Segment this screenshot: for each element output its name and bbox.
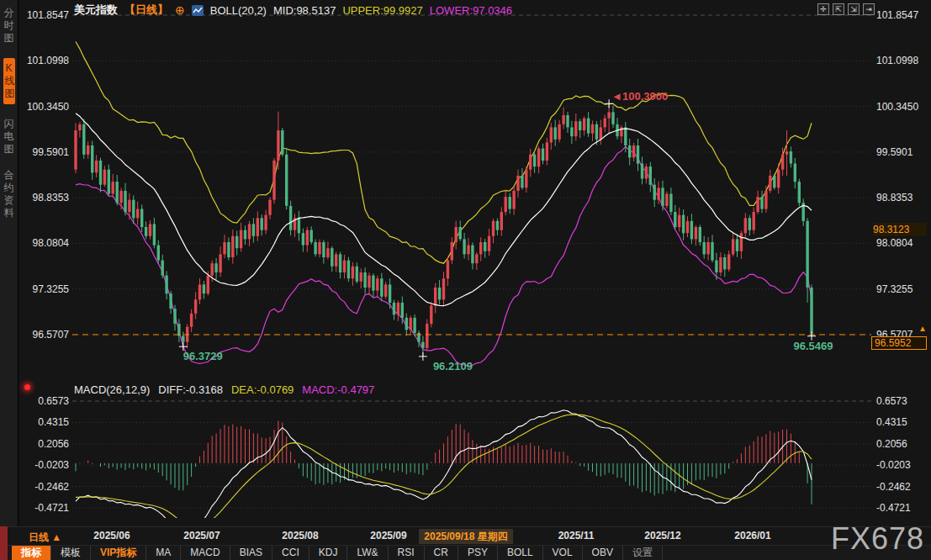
last-price-badge: 96.5952 <box>871 336 927 350</box>
tab-BIAS[interactable]: BIAS <box>230 546 272 560</box>
macd-axis-label-left: 0.2056 <box>38 438 69 450</box>
macd-axis-label-left: -0.0203 <box>34 459 69 471</box>
x-axis-date: 2025/11 <box>558 530 595 542</box>
y-axis-label-left: 101.8547 <box>27 9 69 21</box>
zoom-in-icon[interactable]: ⇱ <box>833 3 844 15</box>
mini-chart-icon <box>192 5 204 16</box>
highlighted-session-date: 2025/09/18 星期四 <box>419 529 513 544</box>
x-axis-date: 2026/01 <box>734 530 770 542</box>
prev-close-badge: 98.3123 <box>873 223 927 236</box>
tab-VIP指标[interactable]: VIP指标 <box>91 546 146 560</box>
pan-right-icon[interactable]: ⇥ <box>863 3 875 15</box>
sidebar-item-3[interactable]: 闪电图 <box>3 118 15 156</box>
macd-diff-value: DIFF:-0.3168 <box>158 383 223 396</box>
boll-mid-value: MID:98.5137 <box>273 4 336 17</box>
y-axis-label-left: 96.5707 <box>33 329 70 341</box>
x-axis-date: 2025/07 <box>183 530 220 542</box>
macd-axis-label-left: -0.4721 <box>34 502 69 514</box>
sidebar-red-strip <box>0 526 8 560</box>
crosshair-icon[interactable]: ✛ <box>817 3 829 15</box>
alert-arrow-icon: ▲ <box>918 324 927 333</box>
sidebar-item-2[interactable]: K线图 <box>3 58 15 104</box>
macd-axis-label-right: -0.0203 <box>876 459 911 471</box>
y-axis-label-left: 100.3450 <box>27 101 69 113</box>
macd-axis-label-left: 0.6573 <box>38 395 69 407</box>
y-axis-label-right: 101.8547 <box>876 9 918 21</box>
chart-title-bar: 美元指数 【日线】 ⊕ BOLL(20,2) MID:98.5137 UPPER… <box>74 3 512 18</box>
tab-指标[interactable]: 指标 <box>12 546 51 560</box>
period-selector[interactable]: 日线 ▲ <box>29 531 61 545</box>
tab-PSY[interactable]: PSY <box>458 546 498 560</box>
sidebar-item-1[interactable]: 分时图 <box>3 7 15 45</box>
x-axis-date: 2025/06 <box>93 530 130 542</box>
tab-BOLL[interactable]: BOLL <box>498 546 543 560</box>
y-axis-label-right: 98.8353 <box>876 192 913 203</box>
x-axis-date: 2025/12 <box>644 530 680 542</box>
tab-CCI[interactable]: CCI <box>272 546 309 560</box>
period-tag[interactable]: 【日线】 <box>124 3 168 18</box>
y-axis-label-left: 98.8353 <box>33 192 70 203</box>
chart-tool-icons: ✛⇱⇲⇥ <box>817 3 875 15</box>
trading-terminal: 101.8547101.8547101.0998101.0998100.3450… <box>0 0 931 560</box>
tab-VOL[interactable]: VOL <box>543 546 583 560</box>
status-dot-icon <box>24 384 30 390</box>
macd-axis-label-right: -0.4721 <box>876 502 911 514</box>
zoom-out-icon[interactable]: ⇲ <box>848 3 860 15</box>
tab-CR[interactable]: CR <box>425 546 458 560</box>
y-axis-label-right: 100.3450 <box>876 101 918 113</box>
price-annotation: 96.2109 <box>433 360 473 372</box>
y-axis-label-left: 98.0804 <box>33 237 70 249</box>
y-axis-label-right: 97.3255 <box>876 283 913 295</box>
boll-lower-value: LOWER:97.0346 <box>430 4 512 17</box>
macd-axis-label-right: -0.2462 <box>876 481 911 493</box>
macd-axis-label-left: 0.4315 <box>38 416 69 428</box>
tab-LW&[interactable]: LW& <box>347 546 388 560</box>
x-axis-date: 2025/08 <box>282 530 318 542</box>
y-axis-label-left: 101.0998 <box>27 55 69 66</box>
sidebar-item-4[interactable]: 合约资料 <box>3 169 15 219</box>
macd-axis-label-right: 0.2056 <box>876 438 907 450</box>
tab-MA[interactable]: MA <box>146 546 181 560</box>
tab-KDJ[interactable]: KDJ <box>309 546 348 560</box>
x-axis-date: 2025/09 <box>370 530 406 542</box>
indicator-toolbar: 指标模板VIP指标MAMACDBIASCCIKDJLW&RSICRPSYBOLL… <box>12 546 663 560</box>
y-axis-label-right: 101.0998 <box>876 55 918 66</box>
symbol-name: 美元指数 <box>74 3 118 18</box>
macd-axis-label-right: 0.4315 <box>876 416 907 428</box>
sidebar: 分时图K线图闪电图合约资料 <box>0 0 19 526</box>
indicator-toolbar-row: 指标模板VIP指标MAMACDBIASCCIKDJLW&RSICRPSYBOLL… <box>0 545 931 560</box>
tab-OBV[interactable]: OBV <box>583 546 623 560</box>
x-axis-date-row: 日线 ▲ 2025/09/18 星期四 2025/062025/072025/0… <box>0 526 931 545</box>
tab-设置[interactable]: 设置 <box>623 546 663 560</box>
macd-header: MACD(26,12,9) DIFF:-0.3168 DEA:-0.0769 M… <box>74 383 374 396</box>
macd-axis-label-right: 0.6573 <box>876 395 907 407</box>
boll-label[interactable]: BOLL(20,2) <box>210 4 267 17</box>
macd-dea-value: DEA:-0.0769 <box>231 383 294 396</box>
price-macd-chart[interactable]: 101.8547101.8547101.0998101.0998100.3450… <box>0 0 931 526</box>
macd-hist-value: MACD:-0.4797 <box>302 383 374 396</box>
watermark: FX678 <box>831 521 924 557</box>
y-axis-label-right: 99.5901 <box>876 146 913 158</box>
tab-MACD[interactable]: MACD <box>181 546 230 560</box>
y-axis-label-right: 98.0804 <box>876 237 913 249</box>
price-annotation: ◄100.3900 <box>611 90 668 103</box>
price-annotation: 96.3729 <box>183 350 223 362</box>
boll-upper-value: UPPER:99.9927 <box>342 4 422 17</box>
y-axis-label-left: 97.3255 <box>33 283 70 295</box>
macd-axis-label-left: -0.2462 <box>34 481 69 493</box>
y-axis-label-left: 99.5901 <box>33 146 70 158</box>
macd-name[interactable]: MACD(26,12,9) <box>74 383 150 396</box>
add-indicator-icon[interactable]: ⊕ <box>175 5 185 16</box>
tab-模板[interactable]: 模板 <box>51 546 91 560</box>
tab-RSI[interactable]: RSI <box>389 546 425 560</box>
price-annotation: 96.5469 <box>794 340 833 352</box>
